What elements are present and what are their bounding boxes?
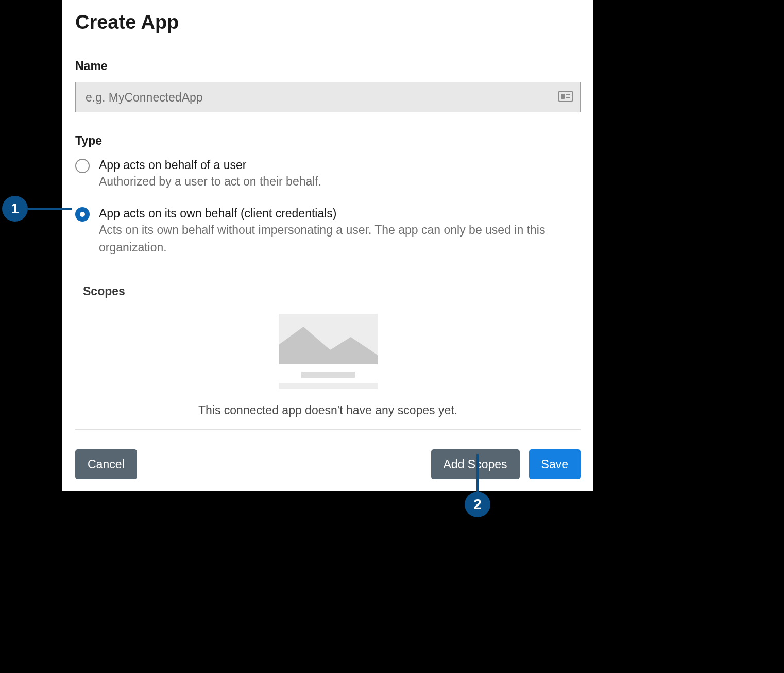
dialog-footer: Cancel Add Scopes Save bbox=[75, 449, 581, 479]
radio-icon bbox=[75, 159, 90, 173]
radio-icon-selected bbox=[75, 207, 90, 222]
radio-option-user-behalf[interactable]: App acts on behalf of a user Authorized … bbox=[75, 157, 581, 190]
save-button[interactable]: Save bbox=[529, 449, 581, 479]
radio-title: App acts on behalf of a user bbox=[99, 157, 581, 173]
name-label: Name bbox=[75, 59, 581, 73]
svg-rect-3 bbox=[566, 97, 570, 98]
svg-rect-0 bbox=[559, 91, 572, 102]
radio-description: Authorized by a user to act on their beh… bbox=[99, 173, 581, 190]
name-input-wrap bbox=[75, 82, 581, 112]
divider bbox=[75, 429, 581, 430]
radio-title: App acts on its own behalf (client crede… bbox=[99, 206, 581, 222]
radio-description: Acts on its own behalf without impersona… bbox=[99, 222, 581, 256]
add-scopes-button[interactable]: Add Scopes bbox=[431, 449, 520, 479]
placeholder-image-icon bbox=[279, 314, 378, 392]
svg-rect-6 bbox=[301, 372, 355, 378]
scopes-label: Scopes bbox=[83, 284, 581, 298]
type-radio-group: App acts on behalf of a user Authorized … bbox=[75, 157, 581, 256]
svg-rect-1 bbox=[561, 94, 565, 99]
contact-card-icon bbox=[558, 91, 573, 104]
create-app-dialog: Create App Name Type App acts on behalf … bbox=[62, 0, 593, 491]
annotation-line-2 bbox=[476, 454, 479, 494]
svg-rect-7 bbox=[279, 383, 378, 389]
svg-rect-2 bbox=[566, 94, 570, 95]
type-label: Type bbox=[75, 134, 581, 148]
scopes-empty-text: This connected app doesn't have any scop… bbox=[75, 403, 581, 417]
dialog-title: Create App bbox=[75, 11, 581, 33]
annotation-badge-2: 2 bbox=[465, 492, 490, 517]
name-input[interactable] bbox=[75, 82, 581, 112]
radio-option-client-credentials[interactable]: App acts on its own behalf (client crede… bbox=[75, 206, 581, 256]
annotation-badge-1: 1 bbox=[2, 196, 28, 222]
annotation-line-1 bbox=[28, 208, 72, 210]
scopes-empty-state: This connected app doesn't have any scop… bbox=[75, 314, 581, 424]
cancel-button[interactable]: Cancel bbox=[75, 449, 137, 479]
